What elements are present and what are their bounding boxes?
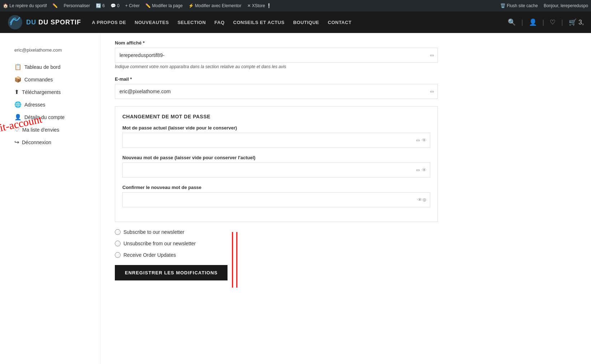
email-group: E-mail * ⇔	[115, 76, 438, 99]
current-password-label: Mot de passe actuel (laisser vide pour l…	[122, 125, 430, 131]
sep2: |	[543, 19, 544, 26]
sep3: |	[561, 19, 563, 26]
admin-bar-edit-page[interactable]: ✏️ Modifier la page	[145, 3, 183, 8]
current-password-wrapper: ⇔ 👁	[122, 133, 430, 148]
admin-bar-comments[interactable]: 💬 0	[111, 3, 119, 8]
admin-bar-elementor[interactable]: ⚡ Modifier avec Elementor	[188, 3, 241, 8]
admin-bar-site[interactable]: 🏠 Le repère du sportif	[3, 3, 47, 8]
current-password-group: Mot de passe actuel (laisser vide pour l…	[122, 125, 430, 148]
new-password-input[interactable]	[122, 162, 430, 178]
email-input[interactable]	[115, 84, 438, 99]
wishlist-nav-icon: ♡	[14, 126, 19, 133]
current-password-input[interactable]	[122, 133, 430, 148]
sep: |	[521, 19, 523, 26]
sidebar-email: eric@pixelathome.com	[14, 47, 93, 56]
email-label: E-mail *	[115, 76, 438, 82]
cart-icon[interactable]: 🛒 3,	[569, 18, 584, 26]
deconnexion-icon: ↪	[14, 139, 19, 146]
unsubscribe-radio[interactable]	[115, 241, 121, 246]
page-wrapper: eric@pixelathome.com 📋 Tableau de bord 📦…	[0, 33, 591, 364]
new-password-group: Nouveau mot de passe (laisser vide pour …	[122, 155, 430, 178]
order-updates-label: Receive Order Updates	[123, 252, 176, 258]
current-password-icons: ⇔ 👁	[416, 137, 427, 143]
sidebar-item-deconnexion[interactable]: ↪ Déconnexion	[14, 139, 93, 146]
logo[interactable]: DU DU SPORTIF	[7, 14, 81, 30]
sidebar-item-wishlist[interactable]: ♡ Ma liste d'envies	[14, 126, 93, 133]
sidebar-nav: 📋 Tableau de bord 📦 Commandes ⬆ Téléchar…	[14, 63, 93, 146]
admin-bar-flush-cache[interactable]: 🗑️ Flush site cache	[500, 3, 538, 8]
nav-selection[interactable]: SELECTION	[178, 20, 206, 25]
nom-affiche-icon: ⇔	[430, 52, 434, 58]
submit-button[interactable]: ENREGISTRER LES MODIFICATIONS	[115, 265, 228, 280]
nav-boutique[interactable]: BOUTIQUE	[293, 20, 319, 25]
new-password-label: Nouveau mot de passe (laisser vide pour …	[122, 155, 430, 160]
telechargements-icon: ⬆	[14, 89, 19, 95]
confirm-password-wrapper: 👁⊕	[122, 192, 430, 207]
confirm-password-input[interactable]	[122, 192, 430, 207]
radio-subscribe: Subscribe to our newsletter	[115, 229, 438, 235]
top-nav: DU DU SPORTIF A PROPOS DE NOUVEAUTES SEL…	[0, 11, 591, 33]
email-icon: ⇔	[430, 89, 434, 94]
password-section: CHANGEMENT DE MOT DE PASSE Mot de passe …	[115, 106, 438, 222]
radio-unsubscribe: Unsubscribe from our newsletter	[115, 241, 438, 246]
radio-order-updates: Receive Order Updates	[115, 252, 438, 258]
svg-point-0	[8, 15, 22, 29]
sidebar-item-tableau[interactable]: 📋 Tableau de bord	[14, 63, 93, 70]
email-wrapper: ⇔	[115, 84, 438, 99]
nav-faq[interactable]: FAQ	[215, 20, 225, 25]
admin-bar-user: Bonjour, lerepereduspo	[544, 3, 588, 8]
nav-right: 🔍 | 👤 | ♡ | 🛒 3,	[508, 18, 584, 26]
nav-contact[interactable]: CONTACT	[328, 20, 352, 25]
order-updates-radio[interactable]	[115, 252, 121, 258]
details-icon: 👤	[14, 114, 22, 120]
admin-bar-customize[interactable]: Personnaliser	[64, 3, 90, 8]
sidebar-item-commandes[interactable]: 📦 Commandes	[14, 76, 93, 83]
subscribe-radio[interactable]	[115, 229, 121, 235]
password-section-title: CHANGEMENT DE MOT DE PASSE	[122, 114, 430, 119]
nav-nouveautes[interactable]: NOUVEAUTES	[135, 20, 169, 25]
new-password-icons: ⇔ 👁	[416, 167, 427, 173]
admin-bar-revisions[interactable]: 🔄 6	[96, 3, 105, 8]
adresses-icon: 🌐	[14, 101, 22, 108]
subscribe-label: Subscribe to our newsletter	[123, 229, 184, 235]
admin-bar-xstore[interactable]: ✕ XStore ❕	[247, 3, 272, 8]
nom-affiche-hint: Indique comment votre nom apparaîtra dan…	[115, 64, 438, 69]
newsletter-section: Subscribe to our newsletter Unsubscribe …	[115, 229, 438, 258]
sidebar-item-adresses[interactable]: 🌐 Adresses	[14, 101, 93, 108]
sidebar-item-telechargements[interactable]: ⬆ Téléchargements	[14, 89, 93, 95]
nom-affiche-label: Nom affiché *	[115, 40, 438, 46]
new-password-wrapper: ⇔ 👁	[122, 162, 430, 178]
form-section: Nom affiché * ⇔ Indique comment votre no…	[115, 40, 438, 280]
admin-bar-new[interactable]: + Créer	[125, 3, 140, 8]
unsubscribe-label: Unsubscribe from our newsletter	[123, 241, 196, 246]
search-icon[interactable]: 🔍	[508, 18, 516, 26]
nav-links: A PROPOS DE NOUVEAUTES SELECTION FAQ CON…	[92, 20, 508, 25]
nav-a-propos[interactable]: A PROPOS DE	[92, 20, 126, 25]
commandes-icon: 📦	[14, 76, 22, 83]
confirm-password-label: Confirmer le nouveau mot de passe	[122, 185, 430, 190]
nom-affiche-wrapper: ⇔	[115, 48, 438, 63]
admin-bar: 🏠 Le repère du sportif ✏️ Personnaliser …	[0, 0, 591, 11]
sidebar-item-details[interactable]: 👤 Détails du compte	[14, 114, 93, 120]
confirm-password-group: Confirmer le nouveau mot de passe 👁⊕	[122, 185, 430, 207]
confirm-password-icons: 👁⊕	[417, 197, 427, 203]
admin-bar-sep: ✏️	[52, 3, 58, 8]
tableau-icon: 📋	[14, 63, 22, 70]
main-content: Nom affiché * ⇔ Indique comment votre no…	[100, 33, 591, 364]
sidebar: eric@pixelathome.com 📋 Tableau de bord 📦…	[0, 33, 100, 364]
wishlist-icon[interactable]: ♡	[550, 18, 555, 26]
account-icon[interactable]: 👤	[529, 18, 537, 26]
nom-affiche-input[interactable]	[115, 48, 438, 63]
nom-affiche-group: Nom affiché * ⇔ Indique comment votre no…	[115, 40, 438, 69]
nav-conseils[interactable]: CONSEILS ET ACTUS	[233, 20, 285, 25]
